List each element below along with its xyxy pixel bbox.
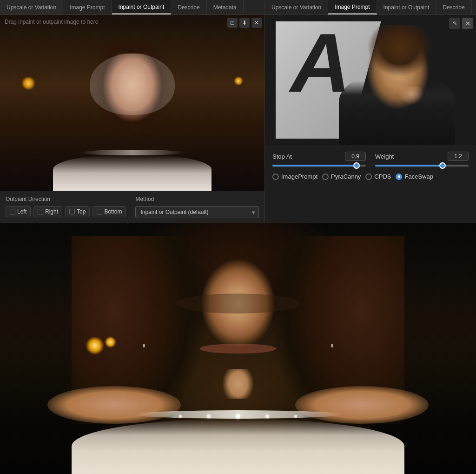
- tab-image-prompt-right[interactable]: Image Prompt: [328, 0, 377, 14]
- direction-buttons: Left Right Top Bottom: [6, 206, 126, 217]
- outpaint-label: Outpaint Direction: [6, 196, 126, 202]
- tab-image-prompt-left[interactable]: Image Prompt: [63, 0, 112, 14]
- right-tab-bar: Upscale or Variation Image Prompt Inpain…: [265, 0, 476, 15]
- canvas-controls: ⊡ ⬇ ✕: [227, 18, 262, 28]
- reference-image: A: [265, 15, 476, 145]
- stop-at-value: 0.9: [345, 152, 366, 161]
- close-canvas-button[interactable]: ✕: [251, 18, 262, 28]
- tab-upscale-right[interactable]: Upscale or Variation: [265, 0, 328, 14]
- radio-cpds[interactable]: CPDS: [365, 173, 391, 180]
- tab-upscale-left[interactable]: Upscale or Variation: [0, 0, 63, 14]
- inpaint-canvas[interactable]: Drag inpaint or outpaint image to here ⊡…: [0, 15, 264, 191]
- outpaint-direction-section: Outpaint Direction Left Right Top: [6, 196, 126, 217]
- direction-right-button[interactable]: Right: [33, 206, 62, 217]
- ref-img-controls: ✎ ✕: [449, 18, 473, 29]
- radio-circle-pyracanny: [322, 174, 329, 180]
- direction-left-button[interactable]: Left: [6, 206, 31, 217]
- weight-label: Weight: [375, 153, 394, 160]
- weight-header: Weight 1.2: [375, 152, 469, 161]
- bottom-checkbox: [97, 209, 102, 214]
- edit-reference-button[interactable]: ✎: [449, 18, 460, 29]
- expand-canvas-button[interactable]: ⊡: [227, 18, 238, 28]
- tab-describe-left[interactable]: Describe: [171, 0, 206, 14]
- tab-inpaint-left[interactable]: Inpaint or Outpaint: [112, 0, 172, 14]
- radio-faceswap[interactable]: FaceSwap: [396, 173, 433, 180]
- method-select-wrapper: Inpaint or Outpaint (default) Inpaint On…: [135, 206, 259, 218]
- portrait-preview: [0, 15, 264, 191]
- right-panel: Upscale or Variation Image Prompt Inpain…: [265, 0, 476, 223]
- weight-thumb[interactable]: [439, 162, 446, 169]
- weight-track[interactable]: [375, 165, 469, 167]
- output-section: [0, 223, 476, 474]
- right-checkbox: [38, 209, 43, 214]
- weight-value: 1.2: [448, 152, 469, 161]
- stop-at-track[interactable]: [272, 165, 366, 167]
- left-tab-bar: Upscale or Variation Image Prompt Inpain…: [0, 0, 264, 15]
- radio-circle-image-prompt: [272, 174, 279, 180]
- sliders-row: Stop At 0.9 Weight 1.2: [272, 152, 469, 167]
- reference-image-area: A ✎ ✕: [265, 15, 476, 145]
- method-select[interactable]: Inpaint or Outpaint (default) Inpaint On…: [135, 206, 259, 218]
- method-label: Method: [135, 196, 259, 202]
- bottom-toolbar: Outpaint Direction Left Right Top: [0, 191, 264, 223]
- radio-image-prompt[interactable]: ImagePrompt: [272, 173, 317, 180]
- radio-circle-faceswap: [396, 174, 402, 180]
- controls-area: Stop At 0.9 Weight 1.2: [265, 145, 476, 187]
- stop-at-thumb[interactable]: [353, 162, 360, 169]
- stop-at-group: Stop At 0.9: [272, 152, 366, 167]
- drag-hint: Drag inpaint or outpaint image to here: [5, 19, 98, 25]
- top-checkbox: [69, 209, 75, 214]
- stop-at-fill: [272, 165, 357, 167]
- radio-pyracanny[interactable]: PyraCanny: [322, 173, 361, 180]
- download-canvas-button[interactable]: ⬇: [239, 18, 250, 28]
- close-reference-button[interactable]: ✕: [462, 18, 473, 29]
- weight-fill: [375, 165, 443, 167]
- left-panel: Upscale or Variation Image Prompt Inpain…: [0, 0, 265, 223]
- stop-at-header: Stop At 0.9: [272, 152, 366, 161]
- direction-top-button[interactable]: Top: [65, 206, 90, 217]
- stop-at-label: Stop At: [272, 153, 292, 160]
- method-section: Method Inpaint or Outpaint (default) Inp…: [135, 196, 259, 218]
- tab-metadata-left[interactable]: Metadata: [207, 0, 244, 14]
- left-checkbox: [10, 209, 15, 214]
- tab-describe-right[interactable]: Describe: [436, 0, 471, 14]
- radio-circle-cpds: [365, 174, 372, 180]
- tab-inpaint-right[interactable]: Inpaint or Outpaint: [377, 0, 436, 14]
- weight-group: Weight 1.2: [375, 152, 469, 167]
- output-portrait: [0, 223, 476, 474]
- direction-bottom-button[interactable]: Bottom: [93, 206, 126, 217]
- method-radio-row: ImagePrompt PyraCanny CPDS FaceSwap: [272, 173, 469, 180]
